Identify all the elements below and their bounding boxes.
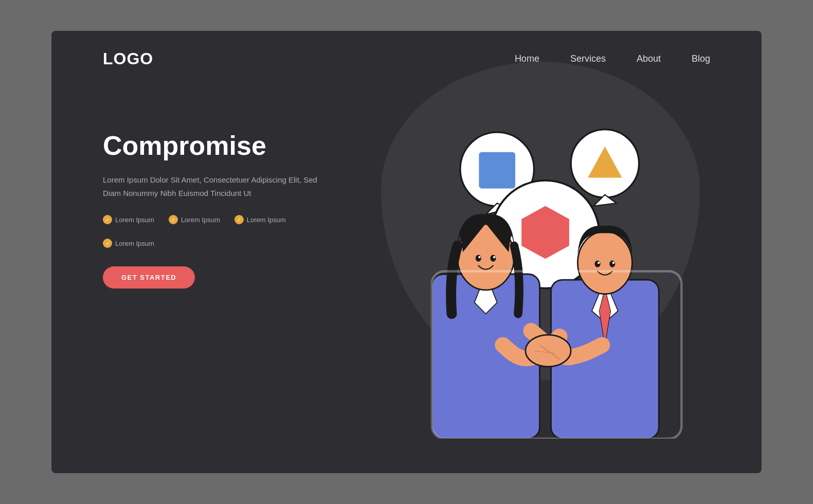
hero-illustration: ✦ ✦ ✦ ✦ ✦ ✦ [381, 110, 710, 439]
main-content: Compromise Lorem Ipsum Dolor Sit Amet, C… [51, 68, 762, 439]
check-item-3: ✓ Lorem Ipsum [234, 215, 286, 224]
svg-point-27 [595, 261, 601, 267]
svg-point-30 [612, 262, 615, 264]
checklist: ✓ Lorem Ipsum ✓ Lorem Ipsum ✓ Lorem Ipsu… [103, 215, 350, 248]
navigation: Home Services About Blog [515, 53, 710, 64]
svg-rect-1 [479, 152, 515, 189]
check-label-2: Lorem Ipsum [181, 216, 220, 224]
svg-point-22 [493, 256, 495, 258]
check-item-1: ✓ Lorem Ipsum [103, 215, 154, 224]
svg-point-20 [490, 255, 496, 261]
check-icon-4: ✓ [103, 239, 112, 248]
nav-about[interactable]: About [637, 53, 661, 64]
check-label-1: Lorem Ipsum [115, 216, 154, 224]
svg-point-28 [609, 261, 615, 267]
nav-blog[interactable]: Blog [692, 53, 710, 64]
svg-point-21 [478, 256, 480, 258]
hero-description: Lorem Ipsum Dolor Sit Amet, Consectetuer… [103, 173, 319, 200]
check-icon-3: ✓ [234, 215, 244, 224]
check-label-3: Lorem Ipsum [247, 216, 286, 224]
check-icon-1: ✓ [103, 215, 112, 224]
page-container: LOGO Home Services About Blog Compromise… [51, 31, 762, 473]
page-title: Compromise [103, 130, 350, 161]
svg-point-26 [577, 231, 632, 294]
nav-services[interactable]: Services [570, 53, 606, 64]
get-started-button[interactable]: GET STARTED [103, 266, 195, 289]
svg-point-19 [476, 255, 481, 261]
svg-point-29 [598, 262, 600, 264]
left-panel: Compromise Lorem Ipsum Dolor Sit Amet, C… [103, 110, 350, 289]
nav-home[interactable]: Home [515, 53, 539, 64]
right-panel: ✦ ✦ ✦ ✦ ✦ ✦ [381, 110, 710, 439]
check-item-4: ✓ Lorem Ipsum [103, 239, 154, 248]
logo: LOGO [103, 49, 153, 68]
check-icon-2: ✓ [169, 215, 178, 224]
check-item-2: ✓ Lorem Ipsum [169, 215, 220, 224]
header: LOGO Home Services About Blog [51, 31, 762, 68]
check-label-4: Lorem Ipsum [115, 240, 154, 247]
